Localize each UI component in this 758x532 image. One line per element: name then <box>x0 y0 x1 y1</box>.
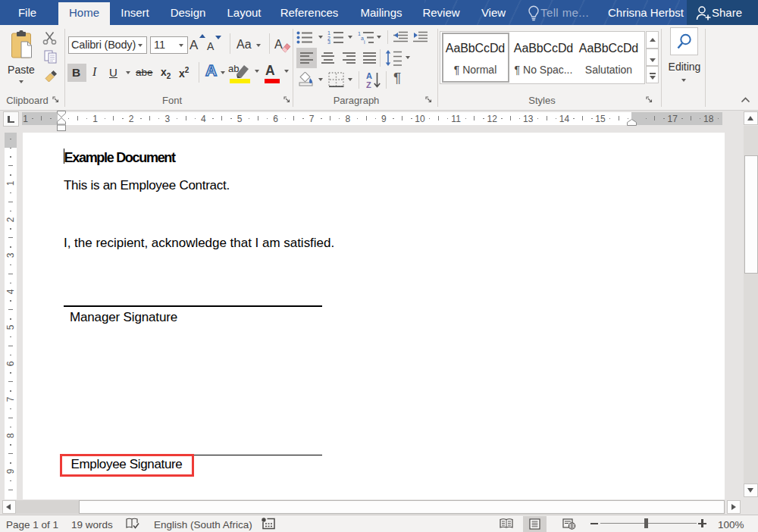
svg-text:Z: Z <box>366 80 371 89</box>
svg-text:3: 3 <box>327 39 330 44</box>
svg-text:A: A <box>366 71 372 80</box>
svg-text:i: i <box>364 39 365 44</box>
